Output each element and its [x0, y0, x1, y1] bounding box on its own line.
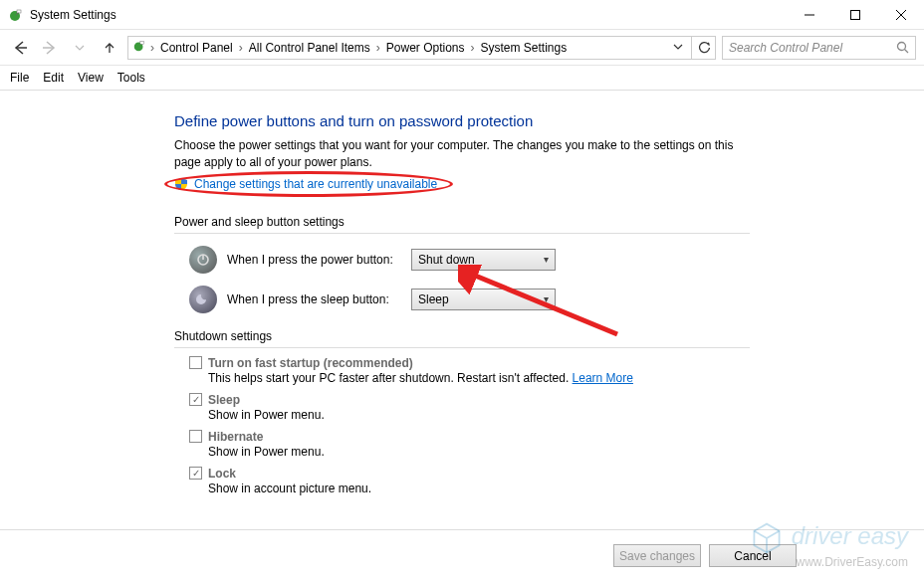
checkbox[interactable]	[189, 356, 202, 369]
content-area: Define power buttons and turn on passwor…	[0, 91, 924, 581]
menu-view[interactable]: View	[78, 71, 104, 85]
up-button[interactable]	[98, 36, 121, 60]
checkbox[interactable]: ✓	[189, 467, 202, 480]
save-button[interactable]: Save changes	[613, 544, 701, 567]
menu-edit[interactable]: Edit	[43, 71, 64, 85]
change-settings-row: Change settings that are currently unava…	[174, 177, 437, 191]
power-icon	[189, 246, 217, 274]
window-controls	[787, 0, 924, 29]
breadcrumb[interactable]: System Settings	[478, 41, 569, 55]
shutdown-item-lock: ✓ Lock Show in account picture menu.	[189, 467, 750, 495]
chevron-right-icon: ›	[468, 41, 476, 55]
breadcrumb[interactable]: All Control Panel Items	[247, 41, 372, 55]
power-button-combo[interactable]: Shut down	[411, 249, 556, 271]
sleep-button-row: When I press the sleep button: Sleep	[189, 286, 750, 313]
svg-line-11	[905, 50, 909, 54]
maximize-button[interactable]	[832, 0, 878, 29]
chevron-down-icon[interactable]	[669, 41, 687, 55]
sleep-button-label: When I press the sleep button:	[227, 292, 401, 306]
shutdown-item-fast-startup: Turn on fast startup (recommended) This …	[189, 356, 750, 385]
power-button-row: When I press the power button: Shut down	[189, 246, 750, 274]
svg-point-10	[898, 43, 906, 51]
shutdown-item-sleep: ✓ Sleep Show in Power menu.	[189, 393, 750, 422]
section-shutdown-heading: Shutdown settings	[174, 329, 750, 348]
forward-button[interactable]	[38, 36, 62, 60]
breadcrumb[interactable]: Power Options	[384, 41, 467, 55]
shutdown-item-hibernate: Hibernate Show in Power menu.	[189, 430, 750, 459]
back-button[interactable]	[8, 36, 32, 60]
sleep-button-combo[interactable]: Sleep	[411, 289, 556, 310]
refresh-button[interactable]	[692, 36, 716, 60]
sleep-icon	[189, 286, 217, 313]
menu-file[interactable]: File	[10, 71, 29, 85]
recent-chevron-icon[interactable]	[68, 36, 92, 60]
svg-rect-1	[17, 10, 21, 13]
navbar: › Control Panel › All Control Panel Item…	[0, 30, 924, 66]
window-title: System Settings	[30, 8, 116, 22]
power-button-label: When I press the power button:	[227, 253, 401, 267]
search-input[interactable]: Search Control Panel	[722, 36, 916, 60]
page-title: Define power buttons and turn on passwor…	[174, 112, 750, 129]
address-icon	[132, 39, 146, 56]
close-button[interactable]	[878, 0, 924, 29]
chevron-right-icon: ›	[374, 41, 382, 55]
section-power-heading: Power and sleep button settings	[174, 215, 750, 234]
shutdown-settings: Turn on fast startup (recommended) This …	[189, 356, 750, 495]
change-settings-link[interactable]: Change settings that are currently unava…	[194, 177, 437, 191]
bottom-bar: Save changes Cancel	[0, 529, 924, 571]
address-bar[interactable]: › Control Panel › All Control Panel Item…	[127, 36, 692, 60]
chevron-right-icon: ›	[237, 41, 245, 55]
minimize-button[interactable]	[787, 0, 832, 29]
learn-more-link[interactable]: Learn More	[573, 371, 633, 385]
svg-rect-3	[851, 10, 860, 19]
search-icon	[896, 41, 909, 54]
breadcrumb[interactable]: Control Panel	[158, 41, 235, 55]
chevron-right-icon: ›	[148, 41, 156, 55]
app-icon	[8, 7, 24, 23]
titlebar: System Settings	[0, 0, 924, 30]
menu-tools[interactable]: Tools	[117, 71, 145, 85]
search-placeholder: Search Control Panel	[729, 41, 896, 55]
svg-rect-9	[140, 42, 144, 45]
uac-shield-icon	[174, 177, 188, 191]
page-description: Choose the power settings that you want …	[174, 137, 750, 171]
checkbox[interactable]	[189, 430, 202, 443]
menubar: File Edit View Tools	[0, 66, 924, 91]
cancel-button[interactable]: Cancel	[709, 544, 797, 567]
checkbox[interactable]: ✓	[189, 393, 202, 406]
